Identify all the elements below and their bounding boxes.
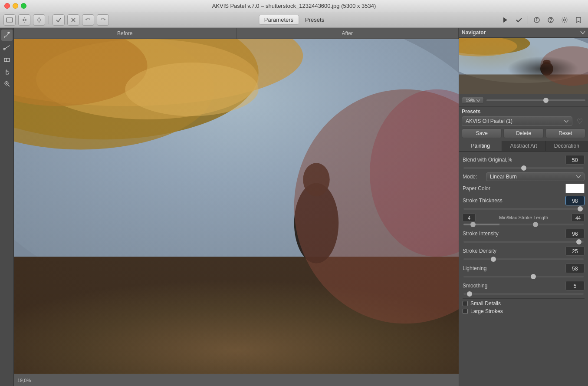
favorite-button[interactable]: ♡ xyxy=(574,115,585,127)
open-file-button[interactable] xyxy=(3,14,16,26)
stroke-intensity-value[interactable]: 96 xyxy=(565,229,585,238)
stroke-density-slider-row xyxy=(463,258,585,260)
svg-point-9 xyxy=(536,18,537,19)
paper-color-row: Paper Color xyxy=(463,184,585,193)
stroke-intensity-slider[interactable] xyxy=(463,241,584,243)
redo-button[interactable] xyxy=(97,14,109,26)
tab-abstract-art[interactable]: Abstract Art xyxy=(502,141,545,151)
large-strokes-checkbox[interactable] xyxy=(463,309,468,314)
traffic-lights[interactable] xyxy=(4,3,26,9)
svg-line-18 xyxy=(8,85,10,86)
smoothing-value[interactable]: 5 xyxy=(565,281,585,290)
smoothing-row: Smoothing 5 xyxy=(463,281,585,290)
brush-tool-button[interactable] xyxy=(1,30,13,41)
stroke-density-slider[interactable] xyxy=(463,258,584,260)
hand-tool-button[interactable] xyxy=(1,66,13,77)
canvas-area: Before After xyxy=(14,28,459,386)
main-toolbar: Parameters Presets xyxy=(0,12,588,28)
zoom-percentage: 19,0% xyxy=(17,378,31,383)
minimize-button[interactable] xyxy=(13,3,18,9)
navigator-thumbnail[interactable] xyxy=(459,38,588,94)
before-tab[interactable]: Before xyxy=(14,28,237,39)
param-divider-1 xyxy=(463,298,585,299)
save-preset-button[interactable]: Save xyxy=(462,129,502,138)
minmax-label: Min/Max Stroke Length xyxy=(477,215,570,220)
canvas-content[interactable] xyxy=(14,39,459,374)
bookmark-icon[interactable] xyxy=(572,14,585,26)
blend-value[interactable]: 50 xyxy=(565,155,585,165)
play-button[interactable] xyxy=(499,14,511,26)
navigator-chevron[interactable] xyxy=(580,30,585,36)
zoom-tool-button[interactable] xyxy=(1,78,13,89)
lightening-slider-row xyxy=(463,276,585,277)
stroke-length-thumb-left[interactable] xyxy=(470,222,476,227)
stroke-thickness-slider[interactable] xyxy=(463,208,584,210)
separator-1 xyxy=(49,16,49,24)
preferences-button[interactable] xyxy=(33,14,45,26)
info-button[interactable] xyxy=(531,14,543,26)
lightening-thumb[interactable] xyxy=(531,274,536,279)
stroke-thickness-value[interactable]: 98 xyxy=(565,196,585,205)
minmax-stroke-row: 4 Min/Max Stroke Length 44 xyxy=(463,213,585,222)
cancel-button[interactable] xyxy=(67,14,79,26)
left-toolbar xyxy=(0,28,14,386)
paper-color-swatch[interactable] xyxy=(565,184,585,193)
smoothing-thumb[interactable] xyxy=(467,291,472,297)
max-stroke-value[interactable]: 44 xyxy=(572,213,585,222)
undo-button[interactable] xyxy=(82,14,94,26)
small-details-checkbox[interactable] xyxy=(463,301,468,306)
zoom-slider-thumb[interactable] xyxy=(543,98,549,103)
blend-label: Blend with Original,% xyxy=(463,157,512,163)
zoom-slider[interactable] xyxy=(486,99,585,101)
smoothing-slider[interactable] xyxy=(463,293,584,295)
blend-slider[interactable] xyxy=(463,167,584,169)
titlebar: AKVIS Pastel v.7.0 – shutterstock_123244… xyxy=(0,0,588,12)
stroke-length-slider-row xyxy=(463,224,585,225)
stroke-thickness-thumb[interactable] xyxy=(578,206,583,211)
blend-original-row: Blend with Original,% 50 xyxy=(463,155,585,165)
after-tab[interactable]: After xyxy=(237,28,459,39)
parameters-tab[interactable]: Parameters xyxy=(259,15,299,25)
zoom-dropdown-button[interactable]: 19% xyxy=(462,97,484,104)
check-button[interactable] xyxy=(513,14,525,26)
mode-dropdown[interactable]: Linear Burn xyxy=(486,172,585,181)
gear-icon[interactable] xyxy=(558,14,571,26)
stroke-density-label: Stroke Density xyxy=(463,248,506,254)
tab-painting[interactable]: Painting xyxy=(459,141,502,151)
smudge-tool-button[interactable] xyxy=(1,42,13,53)
stroke-length-thumb-right[interactable] xyxy=(533,222,538,227)
min-stroke-value[interactable]: 4 xyxy=(463,213,476,222)
maximize-button[interactable] xyxy=(21,3,26,9)
stroke-intensity-thumb[interactable] xyxy=(576,239,581,244)
blend-slider-thumb[interactable] xyxy=(521,165,526,171)
close-button[interactable] xyxy=(4,3,10,9)
canvas-footer: 19,0% xyxy=(14,374,459,386)
smoothing-slider-row xyxy=(463,293,585,295)
presets-tab[interactable]: Presets xyxy=(300,15,329,24)
svg-point-3 xyxy=(38,19,40,21)
apply-button[interactable] xyxy=(53,14,65,26)
delete-preset-button[interactable]: Delete xyxy=(503,129,543,138)
svg-point-2 xyxy=(23,19,26,21)
svg-rect-15 xyxy=(4,58,10,62)
mode-value: Linear Burn xyxy=(490,174,517,180)
stroke-length-slider[interactable] xyxy=(463,224,584,225)
settings-button[interactable] xyxy=(18,14,30,26)
right-panel: Navigator 19% xyxy=(459,28,588,386)
eraser-tool-button[interactable] xyxy=(1,54,13,65)
lightening-value[interactable]: 58 xyxy=(565,264,585,273)
lightening-slider[interactable] xyxy=(463,276,584,277)
stroke-thickness-row: Stroke Thickness 98 xyxy=(463,196,585,205)
stroke-density-value[interactable]: 25 xyxy=(565,246,585,256)
stroke-intensity-slider-row xyxy=(463,241,585,243)
preset-dropdown[interactable]: AKVIS Oil Pastel (1) xyxy=(462,116,572,126)
large-strokes-row: Large Strokes xyxy=(463,308,585,314)
help-button[interactable] xyxy=(545,14,557,26)
parameter-tabs: Painting Abstract Art Decoration xyxy=(459,141,588,152)
mode-label: Mode: xyxy=(463,174,484,180)
stroke-density-thumb[interactable] xyxy=(491,257,496,262)
reset-preset-button[interactable]: Reset xyxy=(545,129,585,138)
tab-decoration[interactable]: Decoration xyxy=(545,141,588,151)
lightening-label: Lightening xyxy=(463,265,506,271)
preset-actions: Save Delete Reset xyxy=(459,129,588,141)
